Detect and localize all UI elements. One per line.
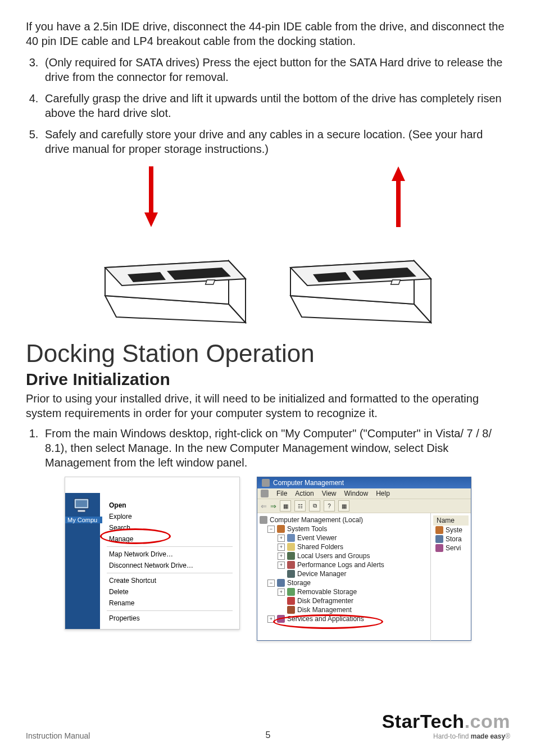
event-viewer-icon <box>287 534 295 542</box>
menu-help[interactable]: Help <box>376 490 390 497</box>
menu-file[interactable]: File <box>276 490 287 497</box>
tree-label: Event Viewer <box>297 534 337 542</box>
list-item[interactable]: Servi <box>433 544 469 553</box>
window-titlebar: Computer Management <box>257 477 471 488</box>
ctx-properties[interactable]: Properties <box>103 613 236 624</box>
tree-system-tools[interactable]: − System Tools <box>260 524 428 533</box>
toolbar-button[interactable]: ⧉ <box>309 500 320 511</box>
device-manager-icon <box>287 570 295 578</box>
expand-icon[interactable]: + <box>278 544 285 551</box>
menu-action[interactable]: Action <box>295 490 314 497</box>
ctx-separator <box>107 573 233 573</box>
tree-label: Shared Folders <box>297 543 343 551</box>
toolbar-button[interactable]: ▦ <box>280 500 291 511</box>
brand-tagline: Hard-to-find made easy® <box>382 732 510 740</box>
svg-marker-1 <box>144 212 158 227</box>
list-item[interactable]: Syste <box>433 526 469 535</box>
window-toolbar: ⇐ ⇒ ▦ ☷ ⧉ ? ▦ <box>257 499 471 513</box>
tree-label: Removable Storage <box>297 588 357 596</box>
ctx-open[interactable]: Open <box>103 500 236 511</box>
users-icon <box>287 552 295 560</box>
list-pane: Name Syste Stora Servi <box>431 513 471 641</box>
step-5: Safely and carefully store your drive an… <box>42 127 510 156</box>
ctx-separator <box>107 546 233 547</box>
computer-icon <box>260 516 267 524</box>
tree-event-viewer[interactable]: + Event Viewer <box>260 533 428 542</box>
collapse-icon[interactable]: − <box>267 526 275 533</box>
ctx-delete[interactable]: Delete <box>103 586 236 597</box>
tree-services-applications[interactable]: + Services and Applications <box>260 614 428 623</box>
arrow-down-icon <box>144 166 158 228</box>
storage-icon <box>277 579 285 587</box>
footer-left: Instruction Manual <box>26 731 90 740</box>
expand-icon[interactable]: + <box>278 535 285 542</box>
tree-label: Disk Management <box>297 606 352 614</box>
ctx-manage[interactable]: Manage <box>103 533 236 545</box>
init-step-1: From the main Windows desktop, right-cli… <box>42 426 510 470</box>
folder-icon <box>287 543 295 551</box>
ctx-disconnect-drive[interactable]: Disconnect Network Drive… <box>103 560 236 571</box>
svg-rect-19 <box>76 500 87 507</box>
tree-label: Device Manager <box>297 570 346 578</box>
toolbar-button[interactable]: ☷ <box>294 500 306 511</box>
list-header-name[interactable]: Name <box>433 515 469 526</box>
tree-storage[interactable]: − Storage <box>260 578 428 587</box>
tree-local-users[interactable]: + Local Users and Groups <box>260 551 428 560</box>
step-3: (Only required for SATA drives) Press th… <box>42 55 510 84</box>
tree-label: Storage <box>287 579 311 587</box>
ctx-create-shortcut[interactable]: Create Shortcut <box>103 575 236 586</box>
tree-device-manager[interactable]: Device Manager <box>260 569 428 578</box>
init-intro: Prior to using your installed drive, it … <box>26 391 510 420</box>
ctx-rename[interactable]: Rename <box>103 597 236 609</box>
tree-label: Local Users and Groups <box>297 552 370 560</box>
window-menubar: File Action View Window Help <box>257 488 471 499</box>
brand-name: StarTech <box>382 710 465 732</box>
svg-rect-10 <box>396 181 401 227</box>
ctx-separator <box>107 610 233 611</box>
tree-performance[interactable]: + Performance Logs and Alerts <box>260 560 428 569</box>
tree-root-label: Computer Management (Local) <box>270 516 363 524</box>
ctx-explore[interactable]: Explore <box>103 511 236 522</box>
tools-icon <box>277 525 285 533</box>
disk-management-icon <box>287 606 295 614</box>
performance-icon <box>287 561 295 569</box>
expand-icon[interactable]: + <box>278 588 285 596</box>
window-title: Computer Management <box>273 479 344 487</box>
nav-back-icon[interactable]: ⇐ <box>261 502 267 510</box>
ctx-search[interactable]: Search… <box>103 522 236 533</box>
svg-rect-17 <box>391 280 401 284</box>
tree-root[interactable]: Computer Management (Local) <box>260 515 428 524</box>
ctx-map-drive[interactable]: Map Network Drive… <box>103 549 236 560</box>
menu-view[interactable]: View <box>322 490 337 497</box>
collapse-icon[interactable]: − <box>267 580 275 587</box>
tagline-a: Hard-to-find <box>433 732 471 740</box>
step-4: Carefully grasp the drive and lift it up… <box>42 91 510 120</box>
tree-label: System Tools <box>287 525 327 533</box>
tree-removable-storage[interactable]: + Removable Storage <box>260 587 428 596</box>
tree-label: Performance Logs and Alerts <box>297 561 384 569</box>
my-computer-icon[interactable] <box>73 497 92 514</box>
nav-forward-icon[interactable]: ⇒ <box>270 502 276 510</box>
tree-disk-management[interactable]: Disk Management <box>260 605 428 614</box>
computer-icon <box>262 479 270 487</box>
window-body: Computer Management (Local) − System Too… <box>257 513 471 641</box>
screenshots-row: My Compu Open Explore Search… Manage Map… <box>26 477 510 641</box>
expand-icon[interactable]: + <box>267 615 275 623</box>
brand-block: StarTech.com Hard-to-find made easy® <box>382 710 510 740</box>
tree-shared-folders[interactable]: + Shared Folders <box>260 542 428 551</box>
toolbar-button[interactable]: ? <box>324 500 335 511</box>
expand-icon[interactable]: + <box>278 553 285 560</box>
list-label: Syste <box>446 526 462 534</box>
toolbar-button[interactable]: ▦ <box>338 500 349 511</box>
services-icon <box>277 615 285 623</box>
page-number: 5 <box>266 730 271 740</box>
menu-window[interactable]: Window <box>344 490 369 497</box>
expand-icon[interactable]: + <box>278 562 285 569</box>
context-menu: Open Explore Search… Manage Map Network … <box>103 500 236 626</box>
tree-disk-defragmenter[interactable]: Disk Defragmenter <box>260 596 428 605</box>
section-heading: Docking Station Operation <box>26 339 510 368</box>
dock-illustration <box>285 228 437 329</box>
list-item[interactable]: Stora <box>433 535 469 544</box>
context-menu-screenshot: My Compu Open Explore Search… Manage Map… <box>65 477 240 630</box>
storage-icon <box>435 535 443 543</box>
